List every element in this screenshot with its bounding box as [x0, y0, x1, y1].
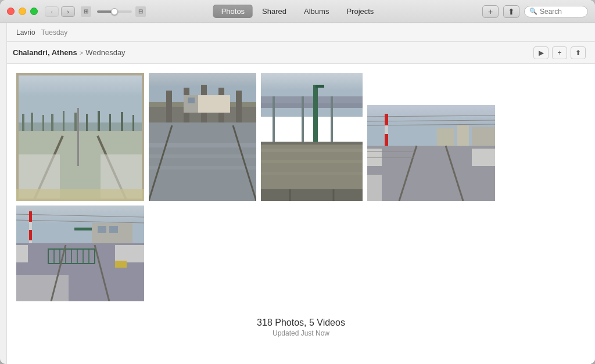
svg-rect-67	[367, 175, 382, 201]
svg-rect-42	[302, 96, 304, 143]
top-nav: Lavrio Tuesday	[7, 23, 595, 42]
svg-rect-35	[149, 166, 256, 170]
svg-rect-32	[149, 122, 256, 201]
close-button[interactable]	[7, 8, 15, 15]
svg-rect-66	[472, 149, 495, 166]
svg-rect-63	[385, 134, 388, 146]
svg-rect-84	[115, 245, 144, 262]
back-button[interactable]: ‹	[45, 6, 59, 17]
svg-rect-3	[31, 113, 33, 134]
svg-rect-56	[457, 125, 469, 146]
main-content: Lavrio Tuesday Chalandri, Athens > Wedne…	[7, 23, 595, 364]
breadcrumb-row: Chalandri, Athens > Wednesday ▶ + ⬆	[7, 42, 595, 64]
back-icon: ‹	[51, 8, 53, 15]
photo-item-3[interactable]	[261, 73, 363, 201]
breadcrumb-separator: >	[80, 49, 83, 56]
search-box[interactable]: 🔍	[524, 6, 588, 17]
svg-rect-55	[437, 128, 454, 146]
svg-rect-49	[261, 172, 363, 175]
tab-projects[interactable]: Projects	[338, 5, 382, 18]
add-button[interactable]: +	[482, 5, 499, 18]
svg-rect-6	[63, 111, 64, 134]
tab-photos[interactable]: Photos	[213, 5, 253, 18]
svg-rect-43	[331, 96, 333, 143]
share-icon: ⬆	[575, 49, 581, 57]
tab-albums[interactable]: Albums	[296, 5, 337, 18]
photos-grid: 318 Photos, 5 Videos Updated Just Now	[7, 64, 595, 364]
tabs: Photos Shared Albums Projects	[213, 5, 382, 18]
add-icon: +	[557, 49, 561, 57]
svg-rect-50	[261, 142, 363, 145]
photo-item-1[interactable]	[16, 73, 144, 201]
zoom-slider[interactable]	[97, 10, 132, 13]
svg-rect-80	[29, 230, 32, 240]
photo-4-image	[367, 105, 495, 201]
svg-rect-10	[109, 114, 111, 134]
photo-5-image	[16, 206, 144, 301]
breadcrumb: Chalandri, Athens > Wednesday	[13, 48, 126, 57]
svg-rect-28	[236, 91, 242, 122]
svg-rect-11	[121, 112, 123, 134]
svg-rect-62	[385, 114, 388, 125]
search-input[interactable]	[540, 8, 586, 16]
svg-rect-83	[16, 245, 28, 262]
svg-rect-48	[261, 160, 363, 163]
search-icon: 🔍	[529, 8, 537, 15]
titlebar: ‹ › ⊞ ⊟ Photos Shared Albums Proj	[0, 0, 595, 23]
grid-view-icon[interactable]: ⊞	[81, 6, 91, 17]
svg-rect-77	[109, 226, 118, 233]
share-photos-button[interactable]: ⬆	[571, 46, 586, 59]
svg-rect-45	[316, 85, 324, 88]
svg-rect-8	[86, 114, 88, 134]
photo-3-image	[261, 73, 363, 201]
forward-button[interactable]: ›	[61, 6, 75, 17]
photo-2-image	[149, 73, 256, 201]
photo-item-4[interactable]	[367, 105, 495, 201]
svg-rect-79	[29, 211, 32, 222]
updated-text: Updated Just Now	[16, 329, 586, 337]
top-nav-day[interactable]: Tuesday	[41, 28, 68, 37]
plus-icon: +	[488, 7, 493, 16]
content-area: Lavrio Tuesday Chalandri, Athens > Wedne…	[0, 23, 595, 364]
breadcrumb-location[interactable]: Chalandri, Athens	[13, 48, 77, 57]
large-view-icon[interactable]: ⊟	[135, 6, 146, 17]
maximize-button[interactable]	[30, 8, 38, 15]
play-icon: ▶	[539, 49, 544, 57]
photo-item-5[interactable]	[16, 206, 144, 301]
svg-rect-9	[98, 111, 100, 134]
breadcrumb-actions: ▶ + ⬆	[533, 46, 586, 59]
svg-rect-31	[188, 98, 195, 103]
footer: 318 Photos, 5 Videos Updated Just Now	[16, 306, 586, 344]
upload-icon: ⬆	[508, 7, 515, 16]
svg-rect-51	[261, 189, 363, 201]
svg-rect-47	[261, 149, 363, 152]
svg-rect-57	[472, 127, 495, 146]
nav-buttons: ‹ ›	[45, 6, 75, 17]
svg-rect-34	[149, 154, 256, 158]
forward-icon: ›	[67, 8, 69, 15]
add-to-album-button[interactable]: +	[552, 46, 567, 59]
photo-item-2[interactable]	[149, 73, 256, 201]
photo-row-1	[16, 73, 586, 201]
tab-shared[interactable]: Shared	[254, 5, 295, 18]
sidebar	[0, 23, 7, 364]
share-button[interactable]: ⬆	[503, 5, 519, 18]
svg-rect-41	[273, 96, 275, 143]
svg-rect-40	[261, 96, 363, 103]
svg-rect-85	[16, 275, 69, 301]
svg-rect-81	[74, 228, 92, 230]
breadcrumb-sub: Wednesday	[85, 48, 125, 57]
svg-rect-7	[74, 113, 77, 134]
minimize-button[interactable]	[19, 8, 26, 15]
svg-rect-96	[115, 261, 127, 268]
main-window: ‹ › ⊞ ⊟ Photos Shared Albums Proj	[0, 0, 595, 364]
photo-count: 318 Photos, 5 Videos	[16, 318, 586, 328]
zoom-slider-container	[97, 10, 132, 13]
photo-1-image	[16, 73, 144, 201]
svg-rect-2	[22, 114, 24, 134]
media-controls: ⊞ ⊟	[81, 6, 146, 17]
svg-rect-76	[98, 226, 106, 233]
right-controls: + ⬆ 🔍	[482, 5, 588, 18]
slideshow-button[interactable]: ▶	[533, 46, 549, 59]
top-nav-location[interactable]: Lavrio	[16, 28, 35, 37]
